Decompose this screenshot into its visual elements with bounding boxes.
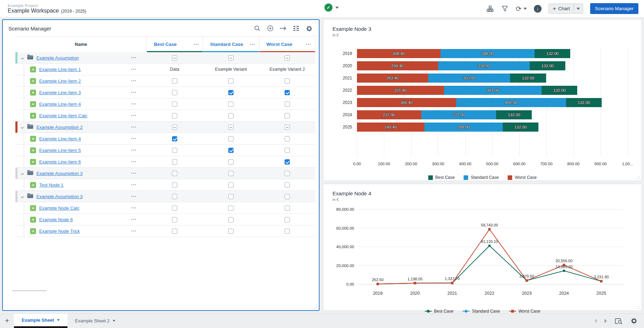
scenario-checkbox[interactable] [285,217,290,222]
row-menu-button[interactable]: ••• [131,206,137,210]
scenario-checkbox[interactable] [285,194,290,199]
scenario-checkbox[interactable] [285,90,290,95]
chevron-down-icon[interactable] [20,125,24,129]
next-arrow-icon[interactable] [604,319,607,323]
scenario-checkbox[interactable] [172,194,177,199]
row-menu-button[interactable]: ••• [131,56,137,60]
scenario-checkbox[interactable] [228,171,234,176]
scenario-column-label[interactable]: Worst Case [266,42,292,47]
scenario-checkbox[interactable] [228,125,234,130]
row-menu-button[interactable]: ••• [131,172,137,175]
bar-segment-best-case[interactable]: 132.00 [510,74,546,83]
scenario-checkbox[interactable] [285,102,290,107]
bar-segment-worst-case[interactable]: 321.40 [357,86,444,95]
node-link[interactable]: Example Line-Item 1 [39,67,81,72]
node-link[interactable]: Example Assumption 2 [36,125,83,130]
scenario-checkbox[interactable] [172,182,177,188]
scenario-checkbox[interactable] [285,148,290,153]
row-menu-button[interactable]: ••• [131,79,137,83]
row-menu-button[interactable]: ••• [131,148,137,152]
add-chart-button[interactable]: + Chart [549,4,574,13]
horizontal-scrollbar[interactable] [12,290,46,291]
row-menu-button[interactable]: ••• [131,195,137,198]
bar-segment-worst-case[interactable]: 308.40 [357,49,441,58]
row-menu-button[interactable]: ••• [131,137,137,140]
bar-segment-best-case[interactable]: 132.00 [542,86,577,95]
scenario-checkbox[interactable] [285,55,290,61]
add-sheet-button[interactable]: + [0,314,14,328]
chevron-down-icon[interactable] [523,8,527,10]
data-preview-icon[interactable] [615,317,622,325]
scenario-checkbox[interactable] [285,113,290,118]
resize-handle[interactable] [636,176,640,179]
bar-segment-worst-case[interactable]: 263.40 [357,74,428,83]
bar-segment-best-case[interactable]: 132.00 [503,123,538,132]
scenario-checkbox[interactable] [172,171,177,176]
legend-item[interactable]: Best Case [425,309,453,314]
column-menu-button[interactable]: ••• [306,43,312,46]
scenario-checkbox[interactable] [228,229,234,234]
resize-handle[interactable] [636,306,640,309]
refresh-icon[interactable]: ⟳ [516,5,522,12]
row-menu-button[interactable]: ••• [131,183,137,187]
node-link[interactable]: Example Line-Item 5 [39,148,81,153]
scenario-checkbox[interactable] [285,78,290,84]
node-link[interactable]: Example Line-Item 4 [39,136,81,141]
scenario-checkbox[interactable] [172,159,177,165]
row-menu-button[interactable]: ••• [131,68,137,71]
scenario-checkbox[interactable] [228,78,234,84]
bar-segment-standard-case[interactable]: 303.00 [428,74,510,83]
scenario-checkbox[interactable] [228,113,234,118]
filter-icon[interactable] [501,5,509,13]
chevron-down-icon[interactable] [57,319,60,321]
scenario-checkbox[interactable] [228,159,234,165]
download-icon[interactable]: ↓ [534,5,542,13]
scenario-checkbox[interactable] [228,194,234,199]
bar-segment-worst-case[interactable]: 366.40 [357,98,456,107]
scenario-checkbox[interactable] [172,90,177,95]
scenario-checkbox[interactable] [228,148,234,153]
scenario-checkbox[interactable] [285,205,290,211]
prev-arrow-icon[interactable] [594,319,597,323]
bar-segment-standard-case[interactable]: 339.00 [438,61,530,70]
chevron-down-icon[interactable] [20,171,24,175]
scenario-checkbox[interactable] [172,55,177,61]
column-menu-button[interactable]: ••• [250,43,256,46]
scenario-status-dropdown[interactable]: ✓ [324,4,339,12]
scenario-checkbox[interactable] [228,205,234,211]
bar-segment-standard-case[interactable]: 277.00 [421,110,496,119]
legend-item[interactable]: Standard Case [464,175,499,180]
scenario-checkbox[interactable] [285,136,290,141]
scenario-column-label[interactable]: Standard Case [210,42,243,47]
check-circle-icon[interactable]: ✓ [324,4,332,12]
scenario-checkbox[interactable] [285,171,290,176]
tab-example-sheet-2[interactable]: Example Sheet 2 [67,314,123,328]
scenario-checkbox[interactable] [172,102,177,107]
scenario-checkbox[interactable] [285,125,290,130]
node-link[interactable]: Example Line-Item 6 [39,159,81,165]
bar-segment-worst-case[interactable]: 299.40 [357,61,438,70]
row-menu-button[interactable]: ••• [131,102,137,106]
column-menu-button[interactable]: ••• [194,43,199,46]
chevron-down-icon[interactable] [113,320,115,322]
scenario-checkbox[interactable] [285,159,290,165]
legend-item[interactable]: Worst Case [508,175,536,180]
scenario-checkbox[interactable] [285,229,290,234]
chevron-down-icon[interactable] [20,194,24,198]
resize-handle[interactable] [314,305,317,309]
node-link[interactable]: Example Node Trick [39,229,80,234]
scenario-checkbox[interactable] [285,182,290,188]
node-link[interactable]: Test Node 1 [39,182,63,188]
row-menu-button[interactable]: ••• [131,91,137,94]
chevron-down-icon[interactable] [20,56,24,60]
scenario-checkbox[interactable] [172,136,177,141]
scenario-checkbox[interactable] [172,229,177,234]
gear-icon[interactable] [630,317,638,325]
refresh-dropdown[interactable]: ⟳ [516,5,527,12]
row-menu-button[interactable]: ••• [131,160,137,163]
list-icon[interactable] [293,25,300,32]
node-link[interactable]: Example Line-Item 4 [39,102,81,107]
scenario-checkbox[interactable] [228,182,234,188]
bar-segment-worst-case[interactable]: 237.40 [357,110,421,119]
legend-item[interactable]: Best Case [428,175,455,180]
